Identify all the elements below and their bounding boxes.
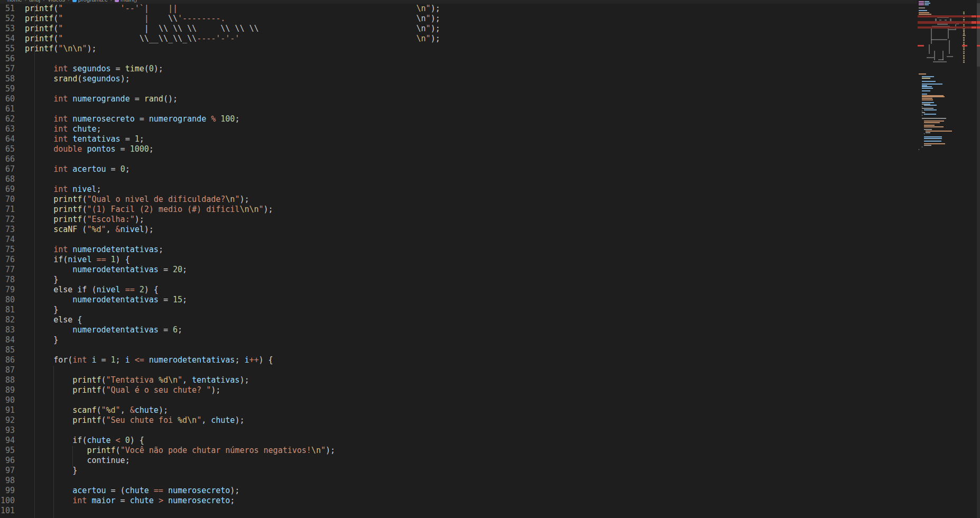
code-line[interactable]: 87 xyxy=(0,365,917,375)
line-number[interactable]: 63 xyxy=(0,124,15,134)
line-number[interactable]: 54 xyxy=(0,34,15,44)
code-line[interactable]: 60 int numerogrande = rand(); xyxy=(0,94,917,104)
code-line[interactable]: 78 } xyxy=(0,275,917,285)
line-number[interactable]: 70 xyxy=(0,195,15,205)
code-line[interactable]: 67 int acertou = 0; xyxy=(0,164,917,174)
code-line[interactable]: 58 srand(segundos); xyxy=(0,74,917,84)
code-line[interactable]: 80 numerodetentativas = 15; xyxy=(0,295,917,305)
code-line[interactable]: 92 printf("Seu chute foi %d\n", chute); xyxy=(0,415,917,426)
line-number[interactable]: 84 xyxy=(0,335,15,345)
line-number[interactable]: 101 xyxy=(0,506,15,516)
code-line[interactable]: 97 } xyxy=(0,466,917,476)
line-number[interactable]: 62 xyxy=(0,114,15,124)
line-number[interactable]: 82 xyxy=(0,315,15,325)
code-line[interactable]: 98 xyxy=(0,476,917,486)
code-line[interactable]: 54printf(" \\__\\_\\_\\----'-'-' \n"); xyxy=(0,34,917,44)
code-line[interactable]: 91 scanf("%d", &chute); xyxy=(0,405,917,415)
line-number[interactable]: 74 xyxy=(0,235,15,245)
line-number[interactable]: 64 xyxy=(0,134,15,144)
code-line[interactable]: 100 int maior = chute > numerosecreto; xyxy=(0,496,917,506)
code-line[interactable]: 71 printf("(1) Facil (2) medio (#) dific… xyxy=(0,205,917,215)
code-editor[interactable]: 51printf(" '--'`| || \n");52printf(" | \… xyxy=(0,4,917,518)
code-line[interactable]: 99 acertou = (chute == numerosecreto); xyxy=(0,486,917,496)
code-line[interactable]: 95 printf("Você não pode chutar números … xyxy=(0,446,917,456)
code-line[interactable]: 64 int tentativas = 1; xyxy=(0,134,917,144)
code-line[interactable]: 62 int numerosecreto = numerogrande % 10… xyxy=(0,114,917,124)
line-number[interactable]: 60 xyxy=(0,94,15,104)
code-line[interactable]: 61 xyxy=(0,104,917,114)
code-line[interactable]: 96 continue; xyxy=(0,456,917,466)
line-number[interactable]: 76 xyxy=(0,255,15,265)
code-line[interactable]: 83 numerodetentativas = 6; xyxy=(0,325,917,335)
line-number[interactable]: 85 xyxy=(0,345,15,355)
code-line[interactable]: 72 printf("Escolha:"); xyxy=(0,215,917,225)
breadcrumb-item-videos[interactable]: Videos xyxy=(48,0,65,3)
line-number[interactable]: 75 xyxy=(0,245,15,255)
line-number[interactable]: 56 xyxy=(0,54,15,64)
line-number[interactable]: 73 xyxy=(0,225,15,235)
line-number[interactable]: 55 xyxy=(0,44,15,54)
line-number[interactable]: 80 xyxy=(0,295,15,305)
code-line[interactable]: 51printf(" '--'`| || \n"); xyxy=(0,4,917,14)
line-number[interactable]: 71 xyxy=(0,205,15,215)
code-line[interactable]: 57 int segundos = time(0); xyxy=(0,64,917,74)
line-number[interactable]: 53 xyxy=(0,24,15,34)
code-line[interactable]: 84 } xyxy=(0,335,917,345)
code-line[interactable]: 77 numerodetentativas = 20; xyxy=(0,265,917,275)
line-number[interactable]: 98 xyxy=(0,476,15,486)
line-number[interactable]: 97 xyxy=(0,466,15,476)
code-line[interactable]: 53printf(" | \\ \\ \\ \\ \\ \\ \n"); xyxy=(0,24,917,34)
code-line[interactable]: 65 double pontos = 1000; xyxy=(0,144,917,154)
line-number[interactable]: 81 xyxy=(0,305,15,315)
code-line[interactable]: 63 int chute; xyxy=(0,124,917,134)
line-number[interactable]: 95 xyxy=(0,446,15,456)
breadcrumb-item-programac[interactable]: programa.c xyxy=(72,0,108,3)
line-number[interactable]: 72 xyxy=(0,215,15,225)
line-number[interactable]: 61 xyxy=(0,104,15,114)
code-line[interactable]: 70 printf("Qual o nivel de dificuldade?\… xyxy=(0,195,917,205)
line-number[interactable]: 93 xyxy=(0,426,15,436)
line-number[interactable]: 67 xyxy=(0,164,15,174)
code-line[interactable]: 69 int nivel; xyxy=(0,184,917,195)
code-line[interactable]: 88 printf("Tentativa %d\n", tentativas); xyxy=(0,375,917,385)
line-number[interactable]: 78 xyxy=(0,275,15,285)
line-number[interactable]: 88 xyxy=(0,375,15,385)
line-number[interactable]: 90 xyxy=(0,395,15,405)
code-line[interactable]: 66 xyxy=(0,154,917,164)
line-number[interactable]: 68 xyxy=(0,174,15,184)
line-number[interactable]: 94 xyxy=(0,436,15,446)
line-number[interactable]: 58 xyxy=(0,74,15,84)
line-number[interactable]: 77 xyxy=(0,265,15,275)
line-number[interactable]: 92 xyxy=(0,415,15,426)
line-number[interactable]: 83 xyxy=(0,325,15,335)
minimap[interactable] xyxy=(917,0,977,518)
code-line[interactable]: 59 xyxy=(0,84,917,94)
line-number[interactable]: 99 xyxy=(0,486,15,496)
code-line[interactable]: 52printf(" | \\'--------. \n"); xyxy=(0,14,917,24)
code-line[interactable]: 85 xyxy=(0,345,917,355)
line-number[interactable]: 57 xyxy=(0,64,15,74)
code-line[interactable]: 79 else if (nivel == 2) { xyxy=(0,285,917,295)
line-number[interactable]: 87 xyxy=(0,365,15,375)
code-line[interactable]: 76 if(nivel == 1) { xyxy=(0,255,917,265)
line-number[interactable]: 66 xyxy=(0,154,15,164)
line-number[interactable]: 100 xyxy=(0,496,15,506)
line-number[interactable]: 86 xyxy=(0,355,15,365)
line-number[interactable]: 96 xyxy=(0,456,15,466)
code-line[interactable]: 93 xyxy=(0,426,917,436)
code-line[interactable]: 68 xyxy=(0,174,917,184)
scrollbar-track[interactable] xyxy=(977,0,980,518)
code-line[interactable]: 73 scaNF ("%d", &nivel); xyxy=(0,225,917,235)
line-number[interactable]: 89 xyxy=(0,385,15,395)
code-line[interactable]: 94 if(chute < 0) { xyxy=(0,436,917,446)
code-line[interactable]: 55printf("\n\n"); xyxy=(0,44,917,54)
scrollbar-slider[interactable] xyxy=(977,3,980,67)
breadcrumb[interactable]: home›anuj›Videos›programa.c›main() xyxy=(0,0,980,4)
line-number[interactable]: 91 xyxy=(0,405,15,415)
code-line[interactable]: 56 xyxy=(0,54,917,64)
code-line[interactable]: 89 printf("Qual é o seu chute? "); xyxy=(0,385,917,395)
breadcrumb-item-home[interactable]: home xyxy=(7,0,22,3)
breadcrumb-item-main[interactable]: main() xyxy=(115,0,137,3)
line-number[interactable]: 79 xyxy=(0,285,15,295)
code-line[interactable]: 75 int numerodetentativas; xyxy=(0,245,917,255)
